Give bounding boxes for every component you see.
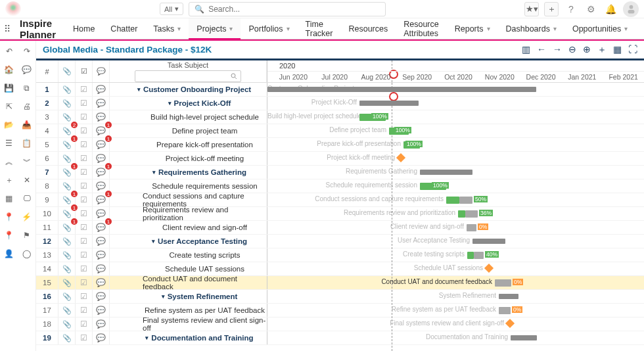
row-chat-icon[interactable]: 💬: [93, 193, 110, 206]
milestone[interactable]: [396, 153, 405, 162]
task-name-cell[interactable]: Build high-level project schedule: [110, 110, 267, 124]
add-button[interactable]: ＋: [544, 2, 559, 16]
nav-item-more[interactable]: More▾: [635, 18, 644, 39]
task-row[interactable]: 4📎☑💬Define project teamDefine project te…: [36, 124, 644, 138]
task-row[interactable]: 13📎☑💬Create testing scriptsCreate testin…: [36, 248, 644, 262]
task-row[interactable]: 11📎☑💬Client review and sign-offClient re…: [36, 221, 644, 235]
nav-item-resources[interactable]: Resources: [340, 18, 396, 39]
help-icon[interactable]: ?: [564, 2, 578, 16]
complete-icon[interactable]: ☑: [76, 110, 93, 124]
nav-next-icon[interactable]: →: [553, 44, 562, 56]
remaining-bar[interactable]: [474, 252, 484, 259]
nav-item-tasks[interactable]: Tasks▾: [145, 18, 189, 39]
collapse-icon[interactable]: ▾: [145, 335, 149, 341]
folder-icon[interactable]: 📂: [3, 118, 16, 131]
help-rail-icon[interactable]: ◯: [20, 247, 34, 260]
task-name-cell[interactable]: ▾System Refinement: [110, 290, 267, 303]
complete-icon[interactable]: ☑: [76, 179, 93, 193]
search-input[interactable]: [208, 5, 380, 14]
attachment-icon[interactable]: 📎: [58, 97, 76, 110]
task-row[interactable]: 8📎☑💬Schedule requirements sessionSchedul…: [36, 179, 644, 193]
task-row[interactable]: 9📎☑💬Conduct sessions and capture require…: [36, 193, 644, 207]
nav-item-projects[interactable]: Projects▾: [189, 18, 241, 39]
task-filter-input[interactable]: [135, 70, 241, 82]
complete-icon[interactable]: ☑: [76, 262, 93, 275]
global-search[interactable]: 🔍: [189, 2, 386, 16]
complete-icon[interactable]: ☑: [76, 331, 93, 344]
attachment-icon[interactable]: 📎: [58, 317, 76, 331]
task-name-cell[interactable]: ▾Documentation and Training: [110, 331, 267, 344]
attachment-icon[interactable]: 📎: [58, 304, 76, 317]
task-row[interactable]: 7📎☑💬▾Requirements GatheringRequirements …: [36, 166, 644, 179]
nav-item-home[interactable]: Home: [65, 18, 103, 39]
add-task-icon[interactable]: ＋: [597, 44, 607, 56]
task-row[interactable]: 1📎☑💬▾Customer Onboarding ProjectCustomer…: [36, 83, 644, 97]
nav-item-opportunities[interactable]: Opportunities▾: [564, 18, 635, 39]
collapse-icon[interactable]: ▾: [152, 238, 155, 245]
remaining-bar[interactable]: [459, 197, 472, 204]
row-chat-icon[interactable]: 💬: [93, 331, 110, 344]
redo-icon[interactable]: ↷: [20, 45, 34, 58]
attachment-icon[interactable]: 📎: [58, 276, 76, 289]
row-chat-icon[interactable]: 💬: [93, 97, 110, 110]
nav-item-time-tracker[interactable]: Time Tracker: [298, 18, 341, 39]
location-icon[interactable]: 📍: [3, 229, 16, 242]
app-launcher-icon[interactable]: ⠿: [4, 18, 11, 39]
collapse-icon[interactable]: ▾: [137, 86, 141, 93]
row-chat-icon[interactable]: 💬: [93, 304, 110, 317]
summary-bar[interactable]: [511, 335, 537, 340]
summary-bar[interactable]: [267, 87, 536, 92]
undo-icon[interactable]: ↶: [3, 45, 16, 58]
row-chat-icon[interactable]: 💬: [93, 262, 110, 275]
task-row[interactable]: 3📎☑💬Build high-level project scheduleBui…: [36, 110, 644, 124]
attachment-icon[interactable]: 📎: [58, 331, 76, 344]
task-name-cell[interactable]: Define project team: [110, 124, 267, 137]
attachment-icon[interactable]: 📎: [58, 262, 76, 275]
complete-icon[interactable]: ☑: [76, 248, 93, 262]
task-row[interactable]: 10📎☑💬Requirements review and prioritizat…: [36, 207, 644, 221]
complete-icon[interactable]: ☑: [76, 290, 93, 303]
save-icon[interactable]: 💾: [3, 82, 16, 95]
calendar-icon[interactable]: ▦: [613, 44, 622, 56]
favorites-button[interactable]: ★▾: [524, 2, 539, 16]
pin-icon[interactable]: 📍: [3, 210, 16, 223]
complete-icon[interactable]: ☑: [76, 83, 93, 96]
complete-icon[interactable]: ☑: [76, 166, 93, 179]
task-name-cell[interactable]: Prepare kick-off presentation: [110, 138, 267, 151]
summary-bar[interactable]: [499, 294, 518, 299]
task-row[interactable]: 19📎☑💬▾Documentation and TrainingDocument…: [36, 331, 644, 345]
remaining-bar[interactable]: [467, 224, 476, 231]
complete-icon[interactable]: ☑: [76, 152, 93, 165]
task-row[interactable]: 6📎☑💬Project kick-off meetingProject kick…: [36, 152, 644, 166]
task-row[interactable]: 12📎☑💬▾User Acceptance TestingUser Accept…: [36, 235, 644, 248]
attachment-icon[interactable]: 📎: [58, 138, 76, 151]
task-row[interactable]: 5📎☑💬Prepare kick-off presentationPrepare…: [36, 138, 644, 152]
collapse-icon[interactable]: ▾: [152, 169, 156, 176]
progress-bar[interactable]: [446, 197, 459, 204]
complete-icon[interactable]: ☑: [76, 276, 93, 289]
task-name-cell[interactable]: Project kick-off meeting: [110, 152, 267, 165]
export-icon[interactable]: ⇱: [3, 100, 16, 113]
attachment-icon[interactable]: 📎: [58, 221, 76, 234]
print-icon[interactable]: 🖨: [20, 100, 34, 113]
bolt-icon[interactable]: ⚡: [20, 210, 34, 223]
remaining-bar[interactable]: [495, 279, 511, 287]
task-row[interactable]: 14📎☑💬Schedule UAT sessionsSchedule UAT s…: [36, 262, 644, 276]
complete-icon[interactable]: ☑: [76, 97, 93, 110]
complete-icon[interactable]: ☑: [76, 304, 93, 317]
task-name-cell[interactable]: Create testing scripts: [110, 248, 267, 262]
row-chat-icon[interactable]: 💬: [93, 248, 110, 262]
remaining-bar[interactable]: [499, 307, 511, 314]
gear-icon[interactable]: ⚙: [584, 2, 598, 16]
nav-item-resource-attributes[interactable]: Resource Attributes: [396, 18, 447, 39]
remaining-bar[interactable]: [465, 210, 478, 218]
summary-bar[interactable]: [472, 239, 505, 244]
complete-icon[interactable]: ☑: [76, 138, 93, 151]
task-name-cell[interactable]: Final systems review and client sign-off: [110, 317, 267, 331]
search-scope-select[interactable]: All ▾: [160, 3, 183, 15]
task-row[interactable]: 2📎☑💬▾Project Kick-OffProject Kick-Off: [36, 97, 644, 110]
collapse-icon[interactable]: ▾: [162, 293, 165, 300]
nav-item-chatter[interactable]: Chatter: [103, 18, 145, 39]
task-name-cell[interactable]: Conduct UAT and document feedback: [110, 276, 267, 289]
progress-bar[interactable]: [458, 210, 465, 218]
